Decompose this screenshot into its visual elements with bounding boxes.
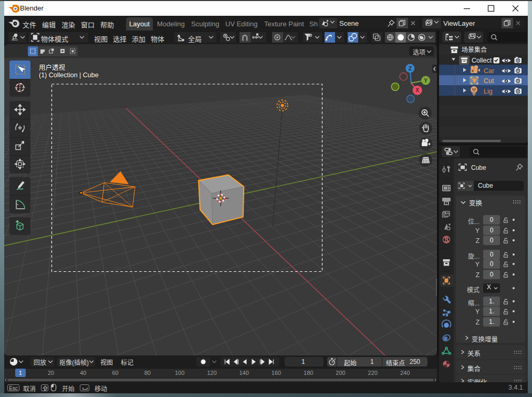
svg-text:80: 80 — [144, 370, 151, 376]
svg-text:100: 100 — [175, 370, 184, 376]
svg-text:20: 20 — [48, 370, 54, 376]
svg-text:Car: Car — [484, 67, 494, 75]
svg-text:180: 180 — [304, 370, 313, 376]
svg-text:40: 40 — [80, 370, 86, 376]
svg-text:60: 60 — [112, 370, 118, 376]
svg-text:Lig: Lig — [484, 88, 493, 95]
svg-text:160: 160 — [272, 370, 281, 376]
svg-text:140: 140 — [239, 370, 249, 376]
svg-text:Collect: Collect — [472, 57, 492, 64]
svg-text:220: 220 — [368, 370, 378, 376]
svg-text:120: 120 — [207, 370, 216, 376]
svg-text:240: 240 — [400, 370, 410, 376]
svg-text:200: 200 — [336, 370, 345, 376]
svg-text:Cut: Cut — [484, 77, 494, 85]
svg-text:场景集合: 场景集合 — [462, 45, 487, 54]
